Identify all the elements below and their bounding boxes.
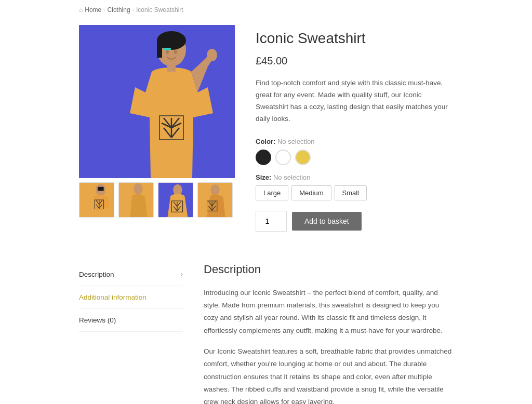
tab-reviews[interactable]: Reviews (0) [79,309,183,332]
tabs-section: Description › Additional information Rev… [0,252,532,404]
tab-description[interactable]: Description › [79,263,183,286]
size-option-label: Size: No selection [256,173,453,181]
home-icon: ⌂ [79,6,83,14]
svg-point-5 [207,49,217,61]
main-product-image [79,25,235,178]
color-label-key: Color: [256,138,275,145]
thumbnail-2[interactable] [118,182,154,218]
svg-rect-3 [157,39,162,58]
tab-content-area: Description Introducing our Iconic Sweat… [204,263,453,404]
size-selection-value: No selection [273,173,311,181]
color-option-label: Color: No selection [256,138,453,145]
thumbnail-3[interactable] [158,182,193,218]
breadcrumb-current: Iconic Sweatshirt [136,6,183,14]
product-price: £45.00 [256,55,453,67]
thumb-svg-1 [79,182,114,218]
size-medium-button[interactable]: Medium [291,185,331,200]
tab-reviews-label: Reviews (0) [79,316,116,324]
color-swatch-black[interactable] [256,150,271,165]
size-buttons: Large Medium Small [256,185,453,200]
svg-point-15 [166,50,169,54]
product-images [79,25,235,232]
size-label-key: Size: [256,173,271,181]
size-small-button[interactable]: Small [335,185,367,200]
add-to-basket-button[interactable]: Add to basket [292,212,362,231]
quantity-input[interactable] [256,211,287,232]
tab-additional-info[interactable]: Additional information [79,286,183,309]
thumb-svg-2 [119,182,153,218]
svg-point-40 [210,184,219,195]
color-selection-value: No selection [277,138,315,145]
tabs-sidebar: Description › Additional information Rev… [79,263,183,404]
svg-point-29 [134,183,142,194]
product-short-description: Find top-notch comfort and style with th… [256,77,453,125]
thumbnail-4[interactable] [197,182,233,218]
tab-description-arrow: › [181,271,183,278]
thumb-svg-4 [198,182,232,218]
size-option-row: Size: No selection Large Medium Small [256,173,453,200]
breadcrumb-sep-1: › [103,7,105,13]
breadcrumb-sep-2: › [132,7,134,13]
color-option-row: Color: No selection [256,138,453,165]
size-large-button[interactable]: Large [256,185,288,200]
product-hero-svg [79,25,235,178]
description-paragraph-1: Introducing our Iconic Sweatshirt – the … [204,287,453,337]
breadcrumb: ⌂ Home › Clothing › Iconic Sweatshirt [0,0,532,20]
color-swatch-white[interactable] [275,150,291,165]
thumbnail-row [79,182,235,218]
description-paragraph-2: Our Iconic Sweatshirt features a soft, b… [204,345,453,404]
thumb-svg-3 [158,182,193,218]
color-swatches [256,150,453,165]
svg-point-16 [174,50,177,54]
breadcrumb-clothing-link[interactable]: Clothing [108,6,130,14]
svg-rect-20 [98,187,104,191]
add-to-basket-row: Add to basket [256,211,453,232]
product-details: Iconic Sweatshirt £45.00 Find top-notch … [256,25,453,232]
svg-rect-4 [164,48,171,50]
color-swatch-yellow[interactable] [295,150,311,165]
svg-rect-17 [167,64,176,72]
product-section: Iconic Sweatshirt £45.00 Find top-notch … [0,20,532,252]
product-title: Iconic Sweatshirt [256,30,453,47]
tab-additional-info-label: Additional information [79,293,147,301]
breadcrumb-home-link[interactable]: Home [85,6,101,14]
tab-content-title: Description [204,263,453,276]
main-image-bg [79,25,235,178]
thumbnail-1[interactable] [79,182,114,218]
svg-point-31 [173,184,182,195]
tab-description-label: Description [79,271,114,278]
